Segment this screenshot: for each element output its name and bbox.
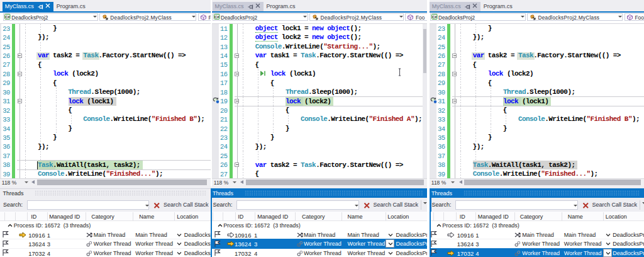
svg-text:C#: C# [214,15,219,19]
svg-text:C#: C# [431,15,436,19]
svg-text:C#: C# [5,15,10,19]
